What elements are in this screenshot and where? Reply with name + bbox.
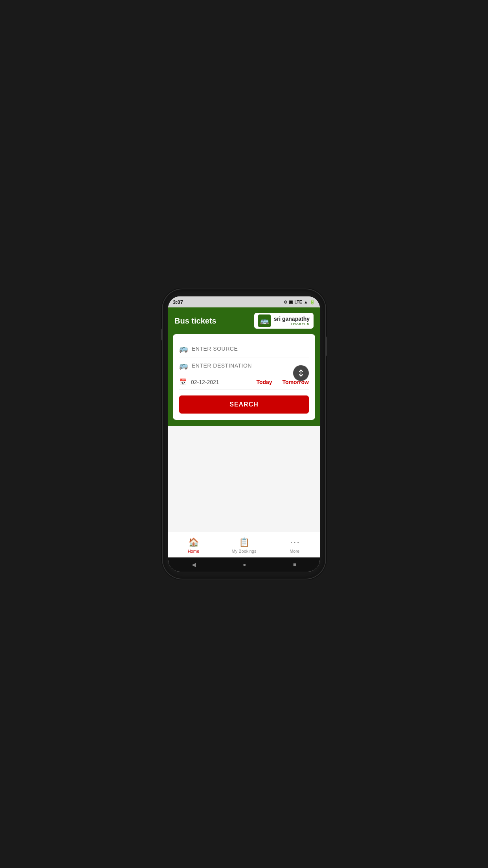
status-bar: 3:07 ⊙ ▣ LTE ▲ 🔋 — [168, 296, 320, 307]
status-time: 3:07 — [173, 299, 183, 305]
search-card: 🚌 🚌 📅 02-12-2 — [173, 334, 315, 420]
battery-icon: 🔋 — [310, 300, 315, 305]
circle-icon: ⊙ — [284, 300, 287, 305]
source-input[interactable] — [192, 346, 309, 352]
today-button[interactable]: Today — [256, 379, 272, 385]
network-label: LTE — [294, 300, 302, 304]
status-icons: ⊙ ▣ LTE ▲ 🔋 — [284, 300, 315, 305]
svg-text:🚌: 🚌 — [260, 316, 269, 325]
bookings-icon: 📋 — [239, 537, 250, 548]
phone-screen: 3:07 ⊙ ▣ LTE ▲ 🔋 Bus tickets 🚌 sri ganap… — [168, 296, 320, 572]
date-row: 📅 02-12-2021 Today Tomorrow — [179, 374, 309, 390]
date-value: 02-12-2021 — [191, 379, 252, 385]
destination-input[interactable] — [192, 362, 309, 369]
bottom-navigation: 🏠 Home 📋 My Bookings ⋯ More — [168, 532, 320, 557]
android-nav-bar: ◀ ● ■ — [168, 557, 320, 572]
phone-frame: 3:07 ⊙ ▣ LTE ▲ 🔋 Bus tickets 🚌 sri ganap… — [163, 289, 325, 579]
source-row: 🚌 — [179, 340, 309, 357]
swap-icon — [297, 370, 305, 377]
source-bus-icon: 🚌 — [179, 344, 188, 353]
app-header: Bus tickets 🚌 sri ganapathy TRAVELS — [168, 307, 320, 334]
logo-icon: 🚌 — [258, 314, 271, 327]
signal-icon: ▲ — [304, 300, 308, 304]
logo-text-block: sri ganapathy TRAVELS — [274, 316, 310, 326]
nav-item-my-bookings[interactable]: 📋 My Bookings — [219, 537, 270, 554]
search-button[interactable]: SEARCH — [179, 395, 309, 414]
more-label: More — [290, 549, 299, 554]
home-icon: 🏠 — [188, 537, 199, 548]
home-button[interactable]: ● — [243, 561, 246, 568]
nav-item-more[interactable]: ⋯ More — [269, 537, 320, 554]
recents-button[interactable]: ■ — [293, 561, 296, 568]
swap-button[interactable] — [293, 365, 309, 381]
main-content — [168, 426, 320, 532]
nav-item-home[interactable]: 🏠 Home — [168, 537, 219, 554]
destination-row: 🚌 — [179, 357, 309, 374]
page-title: Bus tickets — [174, 316, 216, 326]
bookings-label: My Bookings — [232, 549, 257, 554]
search-section: 🚌 🚌 📅 02-12-2 — [168, 334, 320, 426]
logo-brand-name: sri ganapathy — [274, 316, 310, 322]
more-icon: ⋯ — [290, 537, 300, 548]
sim-icon: ▣ — [289, 300, 293, 305]
logo-subtitle: TRAVELS — [274, 322, 310, 326]
brand-logo: 🚌 sri ganapathy TRAVELS — [254, 313, 314, 329]
home-label: Home — [188, 549, 199, 554]
back-button[interactable]: ◀ — [192, 561, 196, 568]
calendar-icon: 📅 — [179, 378, 187, 386]
destination-bus-icon: 🚌 — [179, 361, 188, 370]
